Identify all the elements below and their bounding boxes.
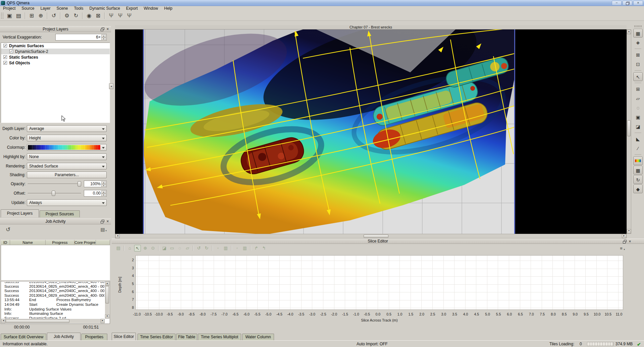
menu-item[interactable]: Tools: [71, 6, 86, 11]
scroll-left-icon[interactable]: ◄: [115, 234, 120, 238]
list-item[interactable]: Success 20130614_0825_em2040C_wreck_400 …: [2, 284, 104, 289]
separator[interactable]: [635, 70, 641, 71]
zoom-icon[interactable]: ⊙: [150, 245, 156, 252]
bathymetry-scene[interactable]: [115, 29, 627, 234]
menu-item[interactable]: Export: [123, 6, 141, 11]
separator[interactable]: [158, 246, 159, 251]
separator[interactable]: [124, 246, 124, 251]
list-item[interactable]: Success 20130614_0827_em2040C_wreck_400 …: [2, 289, 104, 293]
separator[interactable]: [635, 154, 641, 155]
slider-thumb[interactable]: [77, 181, 81, 187]
tab-project-sources[interactable]: Project Sources: [40, 210, 80, 217]
tree-row-label[interactable]: Dynamic Surfaces: [9, 44, 44, 48]
tab-slice-editor[interactable]: Slice Editor: [112, 333, 136, 340]
tab-job-activity[interactable]: Job Activity: [47, 333, 80, 340]
menu-item[interactable]: Layer: [37, 6, 53, 11]
checkbox-icon[interactable]: ✓: [3, 61, 7, 65]
tree-row-label[interactable]: DynamicSurface-2: [15, 49, 48, 54]
spinner-arrows[interactable]: [101, 181, 106, 187]
lasso-edit-icon[interactable]: ◌: [633, 103, 643, 112]
tab-project-layers[interactable]: Project Layers: [1, 209, 39, 217]
select-arrow-icon[interactable]: ↖: [633, 72, 643, 81]
vertical-exaggeration-input[interactable]: 6×: [55, 34, 107, 41]
list-menu-icon[interactable]: ▤: [99, 226, 107, 233]
separator[interactable]: [25, 12, 25, 19]
update-combo[interactable]: Always: [27, 199, 107, 206]
separator[interactable]: [60, 12, 61, 19]
shading-parameters-button[interactable]: Parameters...: [27, 171, 107, 178]
column-header-name[interactable]: Name: [10, 240, 46, 245]
add-processed-file-icon[interactable]: ⊕: [36, 12, 45, 20]
list-item[interactable]: Info: Updating Surface Values: [2, 307, 104, 312]
tree-row-label[interactable]: Sd Objects: [9, 61, 30, 65]
refresh-icon[interactable]: ↺: [4, 226, 12, 233]
list-item[interactable]: 14:04:49 Start Create Dynamic Surface: [2, 302, 104, 307]
plane-view-icon[interactable]: ◈: [633, 38, 643, 47]
offset-input[interactable]: 0.00: [84, 190, 107, 197]
float-panel-icon[interactable]: [101, 27, 104, 31]
toolbar-drag-handle[interactable]: [1, 13, 3, 19]
log-vertical-scrollbar[interactable]: ▲ ▼: [105, 282, 109, 319]
select-arrow-icon[interactable]: ↖: [134, 245, 141, 252]
scroll-left-icon[interactable]: ◄: [1, 319, 5, 323]
tree-row[interactable]: ✓ DynamicSurface-2: [1, 49, 110, 54]
tree-row[interactable]: ✓ Static Surfaces: [1, 54, 110, 60]
collapse-left-icon[interactable]: ◄: [109, 83, 113, 89]
rect-select-icon[interactable]: ▭: [169, 245, 175, 252]
menu-item[interactable]: Scene: [53, 6, 71, 11]
slice-plane-icon[interactable]: ◪: [633, 122, 643, 131]
opacity-input[interactable]: 100%: [84, 181, 107, 187]
float-panel-icon[interactable]: [101, 220, 104, 223]
eraser-icon[interactable]: ◪: [161, 245, 168, 252]
fit-extents-icon[interactable]: ⊠: [633, 51, 643, 59]
reject-box-icon[interactable]: ▥: [241, 245, 248, 252]
menu-item[interactable]: Dynamic Surface: [86, 6, 123, 11]
float-panel-icon[interactable]: [623, 240, 627, 244]
tab-time-series-multiplot[interactable]: Time Series Multiplot: [198, 334, 241, 340]
add-raw-file-icon[interactable]: ⊞: [27, 12, 36, 20]
close-icon[interactable]: ×: [106, 27, 110, 31]
refresh-icon[interactable]: ↻: [71, 12, 80, 20]
close-icon[interactable]: ×: [106, 220, 110, 224]
undo-icon[interactable]: ↺: [196, 245, 202, 252]
separator[interactable]: [212, 246, 213, 251]
menu-item[interactable]: Help: [161, 6, 175, 11]
list-item[interactable]: Success 20130614_0823_em2040C_wreck_400 …: [2, 282, 104, 284]
vertical-exaggeration-value[interactable]: 6×: [56, 34, 101, 40]
slider-thumb[interactable]: [52, 191, 55, 196]
processing-gears-icon[interactable]: ⚙: [62, 12, 71, 20]
checkbox-icon[interactable]: ✓: [3, 44, 7, 48]
separator[interactable]: [82, 12, 83, 19]
open-project-icon[interactable]: ▤: [14, 12, 23, 20]
toolbar-drag-handle[interactable]: [634, 25, 642, 27]
scroll-down-icon[interactable]: ▼: [105, 315, 109, 319]
slice-box-icon[interactable]: ▣: [633, 113, 643, 122]
list-item[interactable]: Success 20130614_0829_em2040C_wreck_400-…: [2, 293, 104, 298]
opacity-slider[interactable]: [27, 181, 82, 187]
ruler-icon[interactable]: ∕: [633, 144, 643, 153]
corner-left-icon[interactable]: ↰: [261, 245, 267, 252]
restore-button[interactable]: [623, 1, 632, 5]
scrollbar-thumb[interactable]: [627, 120, 631, 136]
sonar-map-icon[interactable]: Ψ: [116, 12, 125, 20]
scroll-up-icon[interactable]: ▲: [105, 282, 109, 286]
separator[interactable]: [635, 83, 641, 83]
menu-item[interactable]: Window: [141, 6, 161, 11]
offset-slider[interactable]: [27, 190, 82, 197]
list-item[interactable]: Info: Illuminating Surface: [2, 311, 104, 316]
accept-point-icon[interactable]: ◦: [215, 245, 221, 252]
viewport-vertical-scrollbar[interactable]: ▲ ▼: [627, 29, 631, 234]
separator[interactable]: [104, 12, 105, 19]
viewport-horizontal-scrollbar[interactable]: ◄ ►: [115, 234, 627, 238]
column-header-core-progress[interactable]: Core Progress: [74, 240, 96, 245]
rotate-icon[interactable]: ↻: [633, 175, 643, 184]
profile-icon[interactable]: ◣: [633, 135, 643, 143]
polygon-select-icon[interactable]: ▱: [184, 245, 191, 252]
scrollbar-thumb[interactable]: [105, 286, 109, 303]
spinner-arrows[interactable]: [101, 34, 106, 40]
grid-3d-icon[interactable]: ▩: [633, 166, 643, 175]
colormap-combo[interactable]: [27, 144, 107, 151]
list-item[interactable]: Success DynamicSurface-2.sd: [2, 316, 104, 319]
corner-right-icon[interactable]: ↱: [253, 245, 260, 252]
offset-value[interactable]: 0.00: [85, 190, 101, 196]
